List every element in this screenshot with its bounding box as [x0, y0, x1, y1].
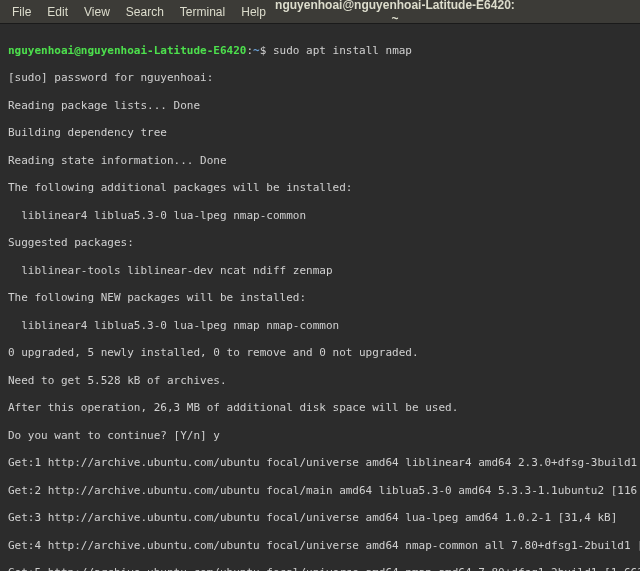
window-title: nguyenhoai@nguyenhoai-Latitude-E6420: ~ — [274, 0, 636, 26]
command-input: sudo apt install nmap — [273, 44, 412, 57]
menu-view[interactable]: View — [76, 1, 118, 23]
output-line: The following additional packages will b… — [8, 181, 632, 195]
menu-help[interactable]: Help — [233, 1, 274, 23]
output-line: Suggested packages: — [8, 236, 632, 250]
titlebar: File Edit View Search Terminal Help nguy… — [0, 0, 640, 24]
output-line: 0 upgraded, 5 newly installed, 0 to remo… — [8, 346, 632, 360]
output-line: liblinear4 liblua5.3-0 lua-lpeg nmap nma… — [8, 319, 632, 333]
output-line: Get:4 http://archive.ubuntu.com/ubuntu f… — [8, 539, 632, 553]
output-line: [sudo] password for nguyenhoai: — [8, 71, 632, 85]
output-line: Building dependency tree — [8, 126, 632, 140]
terminal-area[interactable]: nguyenhoai@nguyenhoai-Latitude-E6420:~$ … — [0, 24, 640, 571]
menu-bar: File Edit View Search Terminal Help — [4, 1, 274, 23]
prompt-sep2: $ — [260, 44, 267, 57]
menu-search[interactable]: Search — [118, 1, 172, 23]
prompt-path: ~ — [253, 44, 260, 57]
output-line: Do you want to continue? [Y/n] y — [8, 429, 632, 443]
menu-file[interactable]: File — [4, 1, 39, 23]
output-line: Get:5 http://archive.ubuntu.com/ubuntu f… — [8, 566, 632, 571]
output-line: Get:2 http://archive.ubuntu.com/ubuntu f… — [8, 484, 632, 498]
output-line: The following NEW packages will be insta… — [8, 291, 632, 305]
output-line: Reading package lists... Done — [8, 99, 632, 113]
output-line: Need to get 5.528 kB of archives. — [8, 374, 632, 388]
output-line: liblinear-tools liblinear-dev ncat ndiff… — [8, 264, 632, 278]
output-line: After this operation, 26,3 MB of additio… — [8, 401, 632, 415]
output-line: Get:3 http://archive.ubuntu.com/ubuntu f… — [8, 511, 632, 525]
output-line: liblinear4 liblua5.3-0 lua-lpeg nmap-com… — [8, 209, 632, 223]
output-line: Reading state information... Done — [8, 154, 632, 168]
menu-edit[interactable]: Edit — [39, 1, 76, 23]
prompt-userhost: nguyenhoai@nguyenhoai-Latitude-E6420 — [8, 44, 246, 57]
menu-terminal[interactable]: Terminal — [172, 1, 233, 23]
output-line: Get:1 http://archive.ubuntu.com/ubuntu f… — [8, 456, 632, 470]
